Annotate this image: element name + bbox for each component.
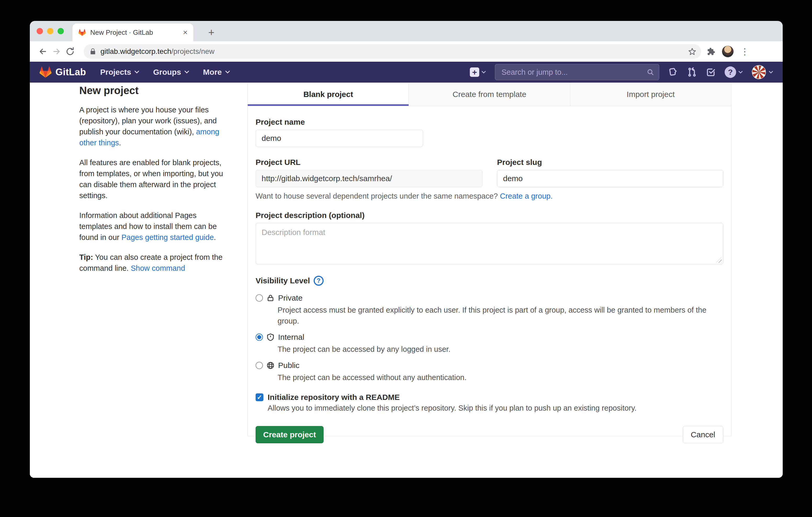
tab-create-from-template[interactable]: Create from template [409,83,570,106]
chevron-down-icon [184,70,190,74]
features-paragraph: All features are enabled for blank proje… [79,157,230,201]
cancel-button[interactable]: Cancel [683,426,723,443]
intro-suffix: . [119,139,121,147]
new-tab-button[interactable]: + [205,26,218,39]
visibility-level-label: Visibility Level [256,276,310,285]
url-host: gitlab.widgetcorp.tech [100,47,171,55]
browser-toolbar: gitlab.widgetcorp.tech/projects/new ⋮ [30,41,783,62]
tip-paragraph: Tip: You can also create a project from … [79,252,230,274]
readme-description: Allows you to immediately clone this pro… [256,404,723,413]
tip-label: Tip: [79,253,93,262]
todos-icon[interactable] [706,67,716,77]
page-description-column: New project A project is where you house… [79,85,230,282]
visibility-option-internal: Internal The project can be accessed by … [256,333,723,355]
page-content: New project A project is where you house… [30,83,783,478]
project-description-textarea[interactable] [256,223,723,264]
minimize-window-button[interactable] [47,28,53,34]
gitlab-favicon-icon [78,29,86,36]
show-command-link[interactable]: Show command [131,264,185,272]
user-menu-button[interactable] [752,65,773,79]
tab-close-icon[interactable]: × [183,29,187,36]
project-url-input[interactable] [256,170,483,187]
pages-paragraph: Information about additional Pages templ… [79,210,230,243]
tab-import-project[interactable]: Import project [570,83,731,106]
gitlab-wordmark[interactable]: GitLab [55,67,86,78]
search-input[interactable] [501,68,647,77]
browser-titlebar: New Project · GitLab × + [30,21,783,41]
tab-title: New Project · GitLab [90,29,179,37]
pages-suffix: . [214,233,216,242]
readme-label[interactable]: Initialize repository with a README [268,393,400,402]
project-name-input[interactable] [256,130,423,147]
readme-checkbox[interactable]: ✓ [256,393,263,401]
navbar-menu: Projects Groups More [100,68,230,77]
chevron-down-icon [225,70,230,74]
help-icon: ? [725,66,736,78]
public-option-label[interactable]: Public [278,361,299,370]
visibility-level-header: Visibility Level ? [256,276,723,286]
chevron-down-icon [481,70,486,74]
forward-icon[interactable] [50,45,63,58]
internal-radio[interactable] [256,334,263,341]
private-option-label[interactable]: Private [278,294,302,302]
lock-icon [89,48,96,55]
intro-paragraph: A project is where you house your files … [79,104,230,148]
nav-item-groups[interactable]: Groups [153,68,190,77]
bookmark-star-icon[interactable] [688,47,696,56]
lock-icon [267,294,274,302]
nav-item-label: More [203,68,222,77]
close-window-button[interactable] [37,28,43,34]
help-menu-button[interactable]: ? [725,66,743,78]
plus-icon: + [470,67,479,77]
project-slug-group: Project slug [497,158,723,187]
project-slug-input[interactable] [497,170,723,187]
address-bar[interactable]: gitlab.widgetcorp.tech/projects/new [84,44,701,59]
private-radio[interactable] [256,294,263,302]
form-actions: Create project Cancel [256,426,723,443]
gitlab-logo-icon[interactable] [39,66,52,78]
browser-tab[interactable]: New Project · GitLab × [72,24,193,41]
project-description-label: Project description (optional) [256,211,723,220]
public-radio[interactable] [256,362,263,369]
tab-blank-project[interactable]: Blank project [248,83,409,106]
page-title: New project [79,85,230,96]
reload-icon[interactable] [63,45,77,58]
global-search[interactable] [495,64,659,80]
visibility-help-icon[interactable]: ? [314,276,324,286]
visibility-option-public: Public The project can be accessed witho… [256,361,723,383]
merge-requests-icon[interactable] [687,67,697,77]
nav-item-projects[interactable]: Projects [100,68,139,77]
extensions-puzzle-icon[interactable] [706,47,715,56]
blank-project-form: Project name Project URL Project slug Wa… [248,118,731,443]
nav-item-more[interactable]: More [203,68,230,77]
issues-icon[interactable] [668,67,678,77]
public-option-description: The project can be accessed without any … [256,372,723,383]
shield-icon [267,333,274,341]
project-slug-label: Project slug [497,158,723,167]
new-menu-button[interactable]: + [470,67,486,77]
navbar-right-cluster: + ? [470,64,773,80]
pages-guide-link[interactable]: Pages getting started guide [121,233,214,242]
project-url-group: Project URL [256,158,483,187]
internal-option-label[interactable]: Internal [278,333,304,342]
visibility-option-private: Private Project access must be granted e… [256,294,723,327]
gitlab-navbar: GitLab Projects Groups More + [30,62,783,83]
user-avatar [752,65,766,79]
nav-item-label: Groups [153,68,181,77]
search-icon [647,68,654,76]
browser-menu-icon[interactable]: ⋮ [740,46,749,57]
new-project-card: Blank project Create from template Impor… [248,83,731,436]
create-project-button[interactable]: Create project [256,426,324,443]
create-group-link[interactable]: Create a group. [500,192,553,200]
readme-checkbox-row: ✓ Initialize repository with a README [256,393,723,402]
description-area-wrap [256,220,723,265]
window-controls [37,28,64,34]
zoom-window-button[interactable] [58,28,64,34]
browser-profile-avatar[interactable] [722,46,733,57]
private-option-description: Project access must be granted explicitl… [256,304,723,327]
project-type-tabs: Blank project Create from template Impor… [248,83,731,106]
project-url-label: Project URL [256,158,483,167]
back-icon[interactable] [36,45,50,58]
chevron-down-icon [738,70,743,74]
nav-item-label: Projects [100,68,131,77]
